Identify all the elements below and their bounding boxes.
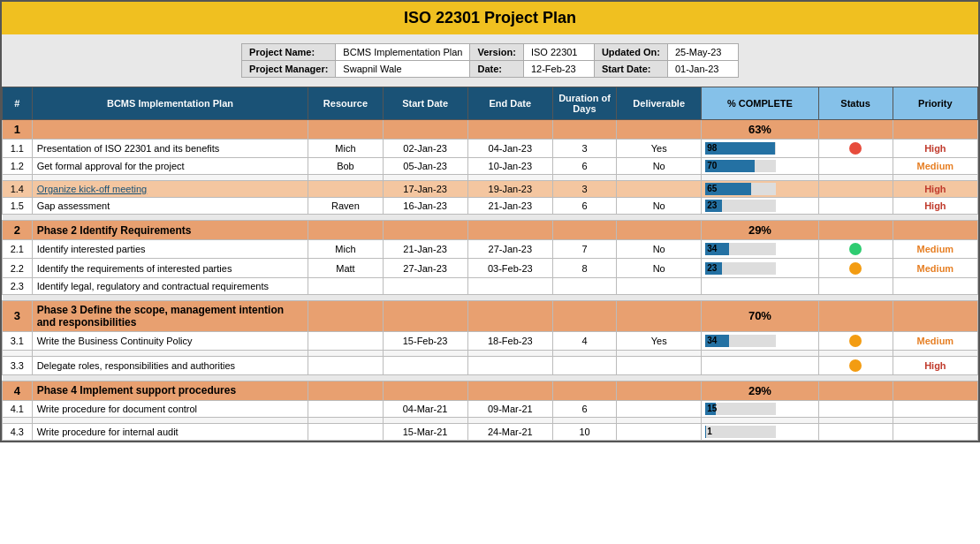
- row-status: [818, 277, 893, 294]
- header-priority: Priority: [893, 87, 977, 120]
- row-pct: 65: [702, 181, 818, 198]
- row-task: Get formal approval for the project: [32, 158, 308, 175]
- project-name-value: BCMS Implementation Plan: [336, 44, 470, 61]
- row-priority: [893, 175, 977, 181]
- phase-num: 4: [3, 381, 33, 400]
- phase-title: Phase 4 Implement support procedures: [32, 381, 308, 400]
- phase-resource: [308, 381, 383, 400]
- row-end: 18-Feb-23: [467, 331, 552, 350]
- row-id: 4.3: [3, 423, 33, 440]
- row-pct: [702, 417, 818, 423]
- phase-status: [818, 120, 893, 140]
- row-start: 27-Jan-23: [383, 259, 467, 277]
- start-value: 01-Jan-23: [667, 61, 738, 78]
- phase-status: [818, 300, 893, 331]
- header-num: #: [3, 87, 33, 120]
- row-id: 2.1: [3, 240, 33, 259]
- header-resource: Resource: [308, 87, 383, 120]
- row-dur: 6: [552, 198, 616, 215]
- row-status: [818, 356, 893, 374]
- phase-resource: [308, 300, 383, 331]
- version-label: Version:: [470, 44, 523, 61]
- row-resource: Matt: [308, 259, 383, 277]
- row-pct: [702, 356, 818, 374]
- phase-start: [383, 381, 467, 400]
- phase-deliv: [617, 120, 702, 140]
- row-status: [818, 259, 893, 277]
- phase-status: [818, 381, 893, 400]
- row-status: [818, 181, 893, 198]
- row-end: 09-Mar-21: [467, 400, 552, 417]
- row-pct: [702, 175, 818, 181]
- date-label: Date:: [470, 61, 523, 78]
- row-task: Identify legal, regulatory and contractu…: [32, 277, 308, 294]
- phase-num: 1: [3, 120, 33, 140]
- manager-label: Project Manager:: [242, 61, 336, 78]
- row-priority: Medium: [893, 158, 977, 175]
- row-id: 3.1: [3, 331, 33, 350]
- updated-value: 25-May-23: [667, 44, 738, 61]
- row-status: [818, 331, 893, 350]
- row-priority: Medium: [893, 240, 977, 259]
- phase-priority: [893, 381, 977, 400]
- row-priority: [893, 400, 977, 417]
- phase-priority: [893, 221, 977, 240]
- row-dur: 3: [552, 181, 616, 198]
- row-start: 04-Mar-21: [383, 400, 467, 417]
- row-task: Identify interested parties: [32, 240, 308, 259]
- row-start: [383, 277, 467, 294]
- row-id: 1.5: [3, 198, 33, 215]
- row-deliv: No: [617, 198, 702, 215]
- row-pct: 15: [702, 400, 818, 417]
- row-id: [3, 417, 33, 423]
- row-deliv: [617, 277, 702, 294]
- row-pct: [702, 277, 818, 294]
- row-priority: [893, 350, 977, 356]
- row-id: 1.1: [3, 140, 33, 158]
- row-start: 02-Jan-23: [383, 140, 467, 158]
- row-deliv: [617, 417, 702, 423]
- manager-value: Swapnil Wale: [336, 61, 470, 78]
- row-task: Write the Business Continuity Policy: [32, 331, 308, 350]
- phase-end: [467, 381, 552, 400]
- row-id: 1.4: [3, 181, 33, 198]
- row-end: [467, 175, 552, 181]
- row-task: Write procedure for document control: [32, 400, 308, 417]
- row-status: [818, 423, 893, 440]
- row-id: 1.2: [3, 158, 33, 175]
- phase-end: [467, 120, 552, 140]
- phase-pct: 63%: [702, 120, 818, 140]
- row-resource: Mich: [308, 240, 383, 259]
- row-dur: 7: [552, 240, 616, 259]
- row-priority: High: [893, 140, 977, 158]
- row-status: [818, 158, 893, 175]
- row-priority: Medium: [893, 259, 977, 277]
- row-task: Organize kick-off meeting: [32, 181, 308, 198]
- row-deliv: No: [617, 240, 702, 259]
- phase-title: [32, 120, 308, 140]
- row-start: 21-Jan-23: [383, 240, 467, 259]
- row-status: [818, 240, 893, 259]
- row-pct: 23: [702, 259, 818, 277]
- row-id: 2.3: [3, 277, 33, 294]
- phase-num: 2: [3, 221, 33, 240]
- start-label: Start Date:: [594, 61, 667, 78]
- phase-dur: [552, 381, 616, 400]
- row-deliv: [617, 175, 702, 181]
- row-id: 4.1: [3, 400, 33, 417]
- phase-dur: [552, 300, 616, 331]
- phase-end: [467, 221, 552, 240]
- row-priority: High: [893, 198, 977, 215]
- row-resource: [308, 175, 383, 181]
- row-end: 27-Jan-23: [467, 240, 552, 259]
- phase-start: [383, 221, 467, 240]
- header-duration: Duration of Days: [552, 87, 616, 120]
- header-start: Start Date: [383, 87, 467, 120]
- row-start: [383, 175, 467, 181]
- row-resource: Bob: [308, 158, 383, 175]
- project-name-label: Project Name:: [242, 44, 336, 61]
- row-status: [818, 417, 893, 423]
- row-status: [818, 175, 893, 181]
- row-dur: [552, 356, 616, 374]
- row-start: 15-Mar-21: [383, 423, 467, 440]
